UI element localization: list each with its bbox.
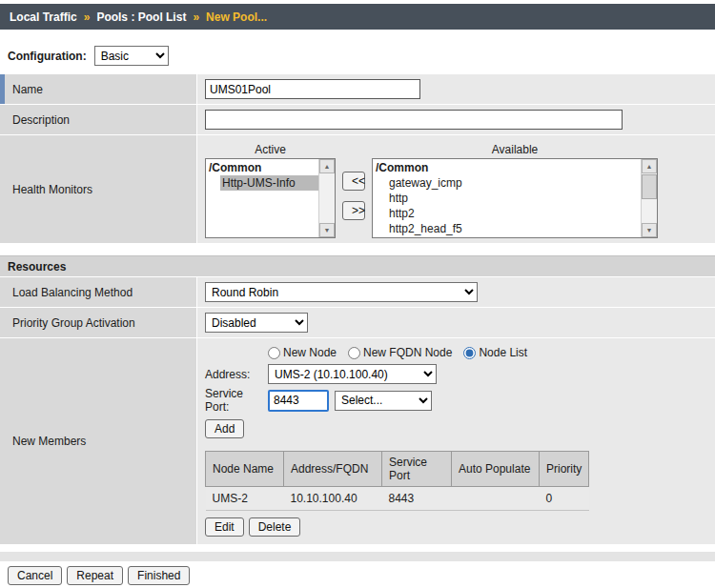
load-balancing-method-row: Load Balancing Method Round Robin [0, 277, 715, 307]
breadcrumb-item-new-pool: New Pool... [206, 10, 267, 24]
health-monitors-row: Health Monitors Active /Common Http-UMS-… [0, 135, 715, 243]
radio-new-node[interactable]: New Node [268, 346, 337, 359]
monitor-item[interactable]: http2_head_f5 [387, 221, 641, 236]
breadcrumb-item-pool-list[interactable]: Pools : Pool List [96, 10, 186, 24]
scroll-down-icon[interactable]: ▼ [642, 223, 657, 237]
finished-button[interactable]: Finished [128, 566, 190, 585]
description-row: Description [0, 105, 715, 134]
move-to-available-button[interactable]: >> [342, 201, 365, 220]
available-monitors-listbox[interactable]: /Common gateway_icmp http http2 http2_he… [372, 158, 658, 238]
description-label: Description [5, 105, 196, 134]
configuration-select[interactable]: Basic [94, 46, 169, 66]
scroll-down-icon[interactable]: ▼ [319, 223, 335, 237]
resources-section-title: Resources [8, 260, 66, 274]
breadcrumb-separator-icon: » [193, 10, 199, 24]
column-header-auto-populate: Auto Populate [452, 452, 540, 487]
load-balancing-method-select[interactable]: Round Robin [205, 282, 478, 302]
resources-section-header: Resources [0, 255, 715, 276]
partition-label: /Common [376, 160, 641, 175]
service-port-select[interactable]: Select... [335, 391, 432, 411]
description-input[interactable] [205, 110, 623, 130]
member-type-radio-group: New Node New FQDN Node Node List [268, 344, 707, 361]
name-input[interactable] [205, 79, 420, 99]
new-members-row: New Members New Node New FQDN Node Node … [0, 338, 715, 544]
footer-buttons: Cancel Repeat Finished [8, 566, 715, 585]
pool-form: Name Description Health Monitors Active … [0, 74, 715, 544]
partition-label: /Common [209, 160, 318, 175]
scrollbar-track[interactable] [319, 173, 335, 223]
scrollbar-thumb[interactable] [642, 174, 657, 199]
new-fqdn-node-radio-label: New FQDN Node [363, 346, 452, 359]
repeat-button[interactable]: Repeat [67, 566, 123, 585]
address-label: Address: [205, 368, 268, 381]
configuration-bar: Configuration: Basic [8, 46, 715, 66]
active-list-header: Active [205, 141, 336, 158]
breadcrumb-item-local-traffic[interactable]: Local Traffic [10, 10, 77, 24]
monitor-item-selected[interactable]: Http-UMS-Info [220, 175, 318, 191]
member-service-port: 8443 [382, 487, 452, 511]
member-row[interactable]: UMS-2 10.10.100.40 8443 0 [206, 487, 589, 511]
new-node-radio-input[interactable] [268, 347, 280, 359]
active-monitors-listbox[interactable]: /Common Http-UMS-Info ▲ ▼ [205, 158, 336, 238]
new-members-label: New Members [5, 338, 196, 544]
address-select[interactable]: UMS-2 (10.10.100.40) [268, 364, 437, 384]
scroll-up-icon[interactable]: ▲ [319, 159, 335, 173]
load-balancing-method-label: Load Balancing Method [5, 277, 196, 307]
section-gap [0, 244, 715, 255]
edit-button[interactable]: Edit [205, 517, 244, 537]
service-port-input[interactable] [268, 390, 329, 412]
new-node-radio-label: New Node [283, 346, 337, 359]
cancel-button[interactable]: Cancel [8, 566, 62, 585]
members-table: Node Name Address/FQDN Service Port Auto… [205, 451, 589, 511]
name-label: Name [5, 74, 196, 104]
name-row: Name [0, 74, 715, 104]
member-auto-populate [452, 487, 540, 511]
monitor-item[interactable]: http [387, 191, 641, 206]
node-list-radio-label: Node List [479, 346, 527, 359]
breadcrumb-separator-icon: » [84, 10, 91, 24]
column-header-node-name: Node Name [206, 452, 284, 487]
member-priority: 0 [540, 487, 589, 511]
delete-button[interactable]: Delete [249, 517, 301, 537]
column-header-priority: Priority [540, 452, 589, 487]
priority-group-activation-row: Priority Group Activation Disabled [0, 308, 715, 337]
health-monitors-label: Health Monitors [5, 135, 196, 243]
column-header-address-fqdn: Address/FQDN [284, 452, 382, 487]
node-list-radio-input[interactable] [463, 347, 476, 359]
service-port-label: Service Port: [205, 387, 268, 414]
priority-group-activation-label: Priority Group Activation [5, 308, 196, 337]
radio-new-fqdn-node[interactable]: New FQDN Node [348, 346, 452, 359]
breadcrumb: Local Traffic » Pools : Pool List » New … [0, 4, 715, 30]
new-fqdn-node-radio-input[interactable] [348, 347, 360, 359]
monitor-item[interactable]: gateway_icmp [387, 175, 641, 191]
scrollbar[interactable]: ▲ ▼ [641, 159, 657, 237]
scroll-up-icon[interactable]: ▲ [642, 159, 657, 173]
move-to-active-button[interactable]: << [342, 172, 365, 191]
scrollbar-track[interactable] [642, 173, 657, 223]
members-table-header-row: Node Name Address/FQDN Service Port Auto… [206, 452, 589, 487]
member-address-fqdn: 10.10.100.40 [284, 487, 382, 511]
column-header-service-port: Service Port [382, 452, 452, 487]
add-button[interactable]: Add [205, 419, 244, 438]
footer-divider [0, 552, 715, 561]
configuration-label: Configuration: [8, 50, 87, 63]
radio-node-list[interactable]: Node List [463, 346, 527, 359]
scrollbar[interactable]: ▲ ▼ [318, 159, 335, 237]
monitor-item[interactable]: http2 [387, 206, 641, 221]
member-node-name: UMS-2 [206, 487, 284, 511]
available-list-header: Available [372, 141, 658, 158]
priority-group-activation-select[interactable]: Disabled [205, 313, 308, 333]
